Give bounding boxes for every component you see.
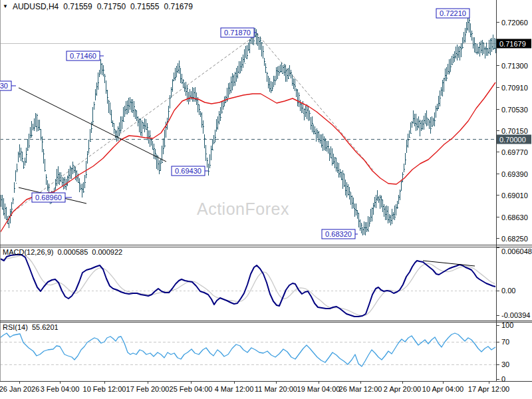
time-tick-label: 26 Mar 12:00 bbox=[339, 385, 382, 393]
time-tick-label: 26 Jan 2026 bbox=[0, 385, 39, 393]
chart-window: ActionForex 0.709300.714600.718700.72210… bbox=[0, 0, 532, 399]
price-tick-label: 0.69010 bbox=[501, 192, 528, 200]
symbol-label: AUDUSD,H4 bbox=[13, 2, 59, 11]
macd-trendline bbox=[423, 261, 475, 266]
rsi-indicator-label: RSI(14) 55.6201 bbox=[3, 323, 59, 331]
high-value: 0.71750 bbox=[97, 2, 126, 11]
chart-canvas[interactable]: 0.709300.714600.718700.722100.694300.689… bbox=[0, 0, 532, 399]
time-tick-label: 4 Mar 12:00 bbox=[215, 385, 254, 393]
price-tick-label: 0.72060 bbox=[501, 19, 528, 27]
annotation-label: 0.71870 bbox=[224, 29, 251, 37]
time-tick-label: 17 Feb 20:00 bbox=[126, 385, 170, 393]
price-bars bbox=[1, 15, 497, 236]
price-tick-label: 0.70150 bbox=[501, 127, 528, 135]
annotations: 0.709300.714600.718700.722100.694300.689… bbox=[0, 9, 469, 239]
time-tick-label: 11 Mar 20:00 bbox=[255, 385, 297, 393]
indicator-tick-label: -0.00394 bbox=[501, 311, 530, 319]
annotation-label: 0.68960 bbox=[35, 194, 62, 201]
open-value: 0.71559 bbox=[63, 2, 92, 11]
time-tick-label: 3 Feb 04:00 bbox=[41, 385, 80, 393]
annotation-label: 0.69430 bbox=[175, 167, 201, 175]
indicator-tick-label: 30 bbox=[501, 360, 509, 368]
indicator-tick-label: 70 bbox=[501, 338, 509, 346]
price-tick-label: 0.69390 bbox=[501, 170, 528, 178]
indicator-tick-label: 0.00 bbox=[501, 287, 515, 295]
time-tick-label: 25 Feb 04:00 bbox=[170, 385, 213, 393]
time-tick-label: 10 Apr 04:00 bbox=[422, 385, 464, 393]
macd-indicator-label: MACD(12,26,9) 0.000585 0.000922 bbox=[3, 248, 122, 256]
price-tick-label: 0.70910 bbox=[501, 84, 528, 92]
annotation-label: 0.72210 bbox=[440, 9, 466, 17]
rsi-line bbox=[0, 333, 495, 366]
dashed-trendline bbox=[10, 35, 257, 214]
level-price-value: 0.70000 bbox=[499, 136, 526, 144]
close-value: 0.71679 bbox=[164, 2, 192, 11]
macd-name: MACD(12,26,9) bbox=[3, 248, 53, 256]
indicator-tick-label: 0 bbox=[501, 375, 505, 383]
symbol-dropdown-icon[interactable]: ▼ bbox=[3, 3, 8, 11]
symbol-header: ▼ AUDUSD,H4 0.71559 0.71750 0.71555 0.71… bbox=[3, 2, 193, 11]
current-price-value: 0.71679 bbox=[499, 40, 526, 48]
macd-main-line bbox=[0, 255, 495, 317]
time-tick-label: 19 Mar 04:00 bbox=[297, 385, 340, 393]
indicator-tick-label: 0.006048 bbox=[501, 247, 532, 255]
macd-signal-value: 0.000922 bbox=[92, 248, 122, 256]
low-value: 0.71555 bbox=[130, 2, 159, 11]
price-tick-label: 0.69770 bbox=[501, 148, 528, 156]
annotation-label: 0.70930 bbox=[0, 82, 8, 90]
time-tick-label: 10 Feb 12:00 bbox=[83, 385, 126, 393]
price-tick-label: 0.71300 bbox=[501, 62, 528, 70]
background-layer bbox=[0, 33, 496, 365]
moving-average-line bbox=[0, 82, 495, 233]
time-tick-label: 17 Apr 12:00 bbox=[468, 385, 509, 393]
annotation-label: 0.68320 bbox=[325, 230, 352, 238]
annotation-label: 0.71460 bbox=[70, 52, 96, 60]
dashed-trendline bbox=[257, 33, 374, 172]
macd-main-value: 0.000585 bbox=[57, 248, 88, 256]
indicator-tick-label: 100 bbox=[501, 321, 513, 329]
price-tick-label: 0.68630 bbox=[501, 213, 528, 221]
trendline bbox=[19, 88, 166, 162]
time-tick-label: 2 Apr 20:00 bbox=[384, 385, 421, 393]
price-tick-label: 0.68250 bbox=[501, 235, 528, 243]
time-axis[interactable]: 26 Jan 20263 Feb 04:0010 Feb 12:0017 Feb… bbox=[0, 381, 509, 393]
rsi-name: RSI(14) bbox=[3, 323, 28, 331]
price-axis[interactable]: 0.720600.713000.709100.705300.701500.697… bbox=[496, 19, 532, 384]
price-tick-label: 0.70530 bbox=[501, 106, 528, 114]
rsi-value: 55.6201 bbox=[32, 323, 59, 331]
